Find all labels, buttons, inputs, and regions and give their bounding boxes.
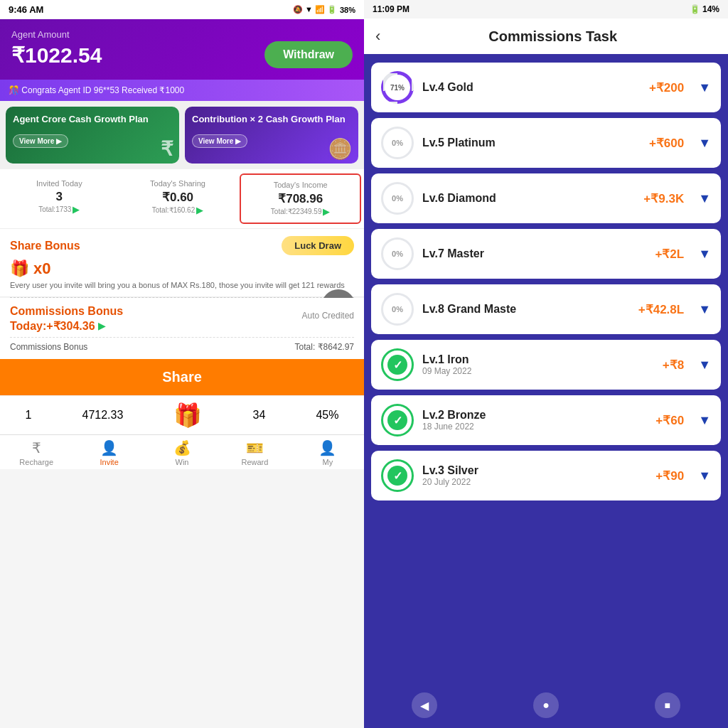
- commissions-task-title: Commissions Task: [389, 28, 717, 45]
- promo-card-green-title: Agent Crore Cash Growth Plan: [13, 114, 172, 126]
- nav-home[interactable]: ●: [533, 692, 559, 718]
- commissions-section: Commissions Bonus Today:+₹304.36 ▶ Auto …: [0, 298, 364, 359]
- level-icon-silver: ✓: [381, 459, 414, 492]
- stat-sharing-value: ₹0.60: [124, 190, 232, 205]
- level-item-7[interactable]: ✓ Lv.3 Silver 20 July 2022 +₹90 ▼: [371, 451, 721, 500]
- stat-invited-total: Total:1733 ▶: [6, 204, 113, 215]
- level-item-5[interactable]: ✓ Lv.1 Iron 09 May 2022 +₹8 ▼: [371, 340, 721, 390]
- level-item-1[interactable]: 0% Lv.5 Platinum +₹600 ▼: [371, 118, 721, 168]
- level-reward-iron: +₹8: [663, 358, 684, 373]
- dropdown-arrow-master[interactable]: ▼: [698, 247, 711, 262]
- dropdown-arrow-iron[interactable]: ▼: [698, 358, 711, 373]
- win-nav-icon: 💰: [173, 439, 191, 456]
- promo-card-purple-title: Contribution × 2 Cash Growth Plan: [192, 114, 351, 126]
- level-name-bronze: Lv.2 Bronze: [422, 409, 647, 422]
- win-icon: 🎁: [173, 402, 202, 429]
- level-reward-diamond: +₹9.3K: [643, 191, 684, 206]
- level-reward-silver: +₹90: [655, 469, 684, 483]
- agent-amount-value: ₹1022.54: [11, 43, 102, 68]
- level-item-0[interactable]: 71% Lv.4 Gold +₹200 ▼: [371, 63, 721, 112]
- commissions-list: 71% Lv.4 Gold +₹200 ▼ 0% Lv.5 Platinum +…: [364, 54, 728, 685]
- dropdown-arrow-bronze[interactable]: ▼: [698, 413, 711, 428]
- header-section: Agent Amount ₹1022.54 Withdraw: [0, 19, 364, 80]
- nav-reward[interactable]: 🎫 Reward: [218, 439, 291, 466]
- share-button[interactable]: Share: [0, 359, 364, 395]
- nav-win[interactable]: 💰 Win: [146, 439, 218, 466]
- right-bottom-nav: ◀ ● ■: [364, 685, 728, 728]
- level-name-gold: Lv.4 Gold: [422, 81, 641, 94]
- rupee-icon-purple: 🪙: [328, 137, 353, 161]
- commissions-row: Today:+₹304.36 ▶ Auto Credited: [10, 319, 354, 333]
- level-info-diamond: Lv.6 Diamond: [422, 192, 635, 205]
- level-item-6[interactable]: ✓ Lv.2 Bronze 18 June 2022 +₹60 ▼: [371, 395, 721, 445]
- nav-invite[interactable]: 👤 Invite: [73, 439, 145, 466]
- level-icon-gold: 71%: [381, 71, 414, 104]
- arrow-invited[interactable]: ▶: [73, 204, 80, 215]
- nav-recharge[interactable]: ₹ Recharge: [0, 439, 73, 466]
- left-phone: 9:46 AM 🔕 ▼ 📶 🔋 38% Agent Amount ₹1022.5…: [0, 0, 364, 728]
- dropdown-arrow-silver[interactable]: ▼: [698, 469, 711, 483]
- dropdown-arrow-gold[interactable]: ▼: [698, 80, 711, 95]
- level-reward-gold: +₹200: [649, 80, 684, 95]
- dropdown-arrow-diamond[interactable]: ▼: [698, 191, 711, 206]
- congrats-text: 🎊 Congrats Agent ID 96**53 Received ₹100…: [9, 85, 184, 95]
- check-icon-iron: ✓: [387, 355, 407, 375]
- level-info-iron: Lv.1 Iron 09 May 2022: [422, 353, 654, 376]
- stat-income: Today's Income ₹708.96 Total:₹22349.59 ▶: [240, 173, 361, 224]
- level-name-diamond: Lv.6 Diamond: [422, 192, 635, 205]
- back-button[interactable]: ‹: [375, 27, 380, 46]
- commissions-bonus-label: Commissions Bonus: [10, 342, 87, 352]
- bottom-stat-2: 4712.33: [82, 409, 124, 422]
- level-icon-platinum: 0%: [381, 127, 414, 159]
- level-info-master: Lv.7 Master: [422, 247, 646, 260]
- level-name-silver: Lv.3 Silver: [422, 464, 647, 477]
- view-more-green[interactable]: View More ▶: [13, 134, 68, 148]
- check-icon-bronze: ✓: [387, 410, 407, 430]
- nav-my-label: My: [322, 458, 333, 466]
- arrow-sharing[interactable]: ▶: [196, 205, 203, 215]
- level-name-platinum: Lv.5 Platinum: [422, 136, 641, 149]
- stat-sharing-total: Total:₹160.62 ▶: [124, 205, 232, 215]
- level-item-4[interactable]: 0% Lv.8 Grand Maste +₹42.8L ▼: [371, 284, 721, 334]
- invite-icon: 👤: [100, 439, 118, 456]
- commissions-arrow[interactable]: ▶: [98, 321, 105, 331]
- right-phone: 11:09 PM 🔋 14% ‹ Commissions Task 71% Lv…: [364, 0, 728, 728]
- level-name-iron: Lv.1 Iron: [422, 353, 654, 366]
- promo-card-green[interactable]: Agent Crore Cash Growth Plan View More ▶…: [6, 107, 179, 164]
- agent-amount-row: ₹1022.54 Withdraw: [11, 41, 353, 68]
- my-icon: 👤: [318, 439, 336, 456]
- stat-income-value: ₹708.96: [247, 191, 354, 206]
- nav-recent[interactable]: ■: [655, 692, 680, 718]
- stat-income-label: Today's Income: [247, 181, 354, 189]
- level-reward-bronze: +₹60: [655, 413, 684, 428]
- bottom-stat-1: 1: [26, 409, 32, 422]
- level-date-bronze: 18 June 2022: [422, 422, 647, 432]
- bottom-stat-4: 45%: [316, 409, 338, 422]
- luck-draw-button[interactable]: Luck Draw: [282, 236, 354, 255]
- check-icon-silver: ✓: [387, 466, 407, 486]
- view-more-purple[interactable]: View More ▶: [192, 134, 247, 148]
- stat-sharing: Today's Sharing ₹0.60 Total:₹160.62 ▶: [119, 176, 237, 221]
- level-info-platinum: Lv.5 Platinum: [422, 136, 641, 149]
- withdraw-button[interactable]: Withdraw: [264, 41, 353, 68]
- nav-my[interactable]: 👤 My: [291, 439, 364, 466]
- rupee-icon-green: ₹: [161, 137, 173, 161]
- right-status-bar: 11:09 PM 🔋 14%: [364, 0, 728, 18]
- left-status-bar: 9:46 AM 🔕 ▼ 📶 🔋 38%: [0, 0, 364, 19]
- level-info-silver: Lv.3 Silver 20 July 2022: [422, 464, 647, 487]
- level-icon-diamond: 0%: [381, 182, 414, 215]
- level-item-2[interactable]: 0% Lv.6 Diamond +₹9.3K ▼: [371, 173, 721, 223]
- level-date-iron: 09 May 2022: [422, 366, 654, 376]
- dropdown-arrow-grandmaster[interactable]: ▼: [698, 302, 711, 317]
- back-nav-icon: ◀: [420, 699, 429, 712]
- level-item-3[interactable]: 0% Lv.7 Master +₹2L ▼: [371, 229, 721, 279]
- dropdown-arrow-platinum[interactable]: ▼: [698, 136, 711, 151]
- bottom-stats: 1 4712.33 🎁 34 45%: [0, 395, 364, 434]
- commissions-bonus-row: Commissions Bonus Total: ₹8642.97: [10, 337, 354, 352]
- level-info-grandmaster: Lv.8 Grand Maste: [422, 303, 630, 316]
- promo-card-purple[interactable]: Contribution × 2 Cash Growth Plan View M…: [185, 107, 358, 164]
- arrow-income[interactable]: ▶: [323, 206, 330, 217]
- recharge-icon: ₹: [32, 439, 41, 456]
- stat-invited-label: Invited Today: [6, 179, 113, 188]
- nav-back[interactable]: ◀: [412, 692, 437, 718]
